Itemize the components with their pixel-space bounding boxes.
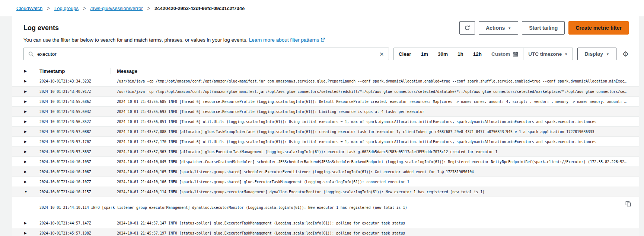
table-row[interactable]: ▶ 2024-10-01T21:43:56.852Z 2024-10-01 21… xyxy=(12,116,639,126)
table-row[interactable]: ▶ 2024-10-01T21:44:10.107Z 2024-10-01 21… xyxy=(12,177,639,187)
row-expander[interactable]: ▶ xyxy=(12,180,39,184)
log-message: 2024-10-01 21:43:57,363 INFO [allocator]… xyxy=(117,150,639,154)
log-message: 2024-10-01 21:43:55,685 INFO [Thread-6] … xyxy=(117,100,639,104)
log-message: /usr/bin/java -cp /tmp:/opt/amazon/conf:… xyxy=(117,90,639,94)
expander-icon: ▶ xyxy=(24,180,27,184)
table-row[interactable]: ▶ 2024-10-01T21:43:34.323Z /usr/bin/java… xyxy=(12,76,639,86)
row-expander[interactable]: ▶ xyxy=(12,90,39,93)
log-message: 2024-10-01 21:44:10,114 INFO [spark-list… xyxy=(117,190,639,194)
breadcrumb-separator: > xyxy=(83,4,86,12)
breadcrumb-cloudwatch[interactable]: CloudWatch xyxy=(16,6,42,11)
create-metric-filter-button[interactable]: Create metric filter xyxy=(568,21,629,35)
row-expander[interactable]: ▶ xyxy=(12,130,39,133)
expander-icon: ▶ xyxy=(24,150,27,153)
filter-search-box[interactable]: ✕ xyxy=(23,48,389,60)
log-timestamp: 2024-10-01T21:43:57.170Z xyxy=(39,140,117,144)
log-timestamp: 2024-10-01T21:43:55.686Z xyxy=(39,100,117,104)
breadcrumb-separator: > xyxy=(147,4,150,12)
log-message: 2024-10-01 21:44:10,106 INFO [spark-list… xyxy=(117,180,639,184)
table-header: ▶ Timestamp Message xyxy=(12,66,639,76)
time-range-1h[interactable]: 1h xyxy=(453,51,468,57)
time-range-control: Clear 1m 30m 1h 12h Custom UTC timezone … xyxy=(393,48,573,60)
table-row[interactable]: ▶ 2024-10-01T21:43:40.917Z /usr/bin/java… xyxy=(12,86,639,96)
timezone-dropdown[interactable]: UTC timezone ▼ xyxy=(523,51,573,57)
filter-description: You can use the filter bar below to sear… xyxy=(12,35,639,43)
table-row[interactable]: ▼ 2024-10-01T21:44:10.115Z 2024-10-01 21… xyxy=(12,187,639,197)
table-row[interactable]: ▶ 2024-10-01T21:43:57.088Z 2024-10-01 21… xyxy=(12,126,639,136)
expander-icon: ▶ xyxy=(24,100,27,103)
table-row[interactable]: ▶ 2024-10-01T21:44:10.106Z 2024-10-01 21… xyxy=(12,167,639,177)
search-input[interactable] xyxy=(37,51,376,57)
log-events-panel: Log events Actions ▼ Start tailing Creat… xyxy=(12,16,639,236)
row-expander[interactable]: ▶ xyxy=(12,160,39,164)
row-expander[interactable]: ▶ xyxy=(12,222,39,225)
breadcrumb-log-stream-name: 2c420420-29b3-42df-9efd-09c31c2f734e xyxy=(154,6,245,11)
row-expander[interactable]: ▼ xyxy=(12,190,39,194)
log-timestamp: 2024-10-01T21:45:57.198Z xyxy=(39,231,117,235)
expander-icon: ▶ xyxy=(24,231,27,235)
breadcrumb-log-groups[interactable]: Log groups xyxy=(54,6,79,11)
log-timestamp: 2024-10-01T21:44:10.107Z xyxy=(39,180,117,184)
expander-icon: ▶ xyxy=(24,120,27,123)
table-row[interactable]: ▶ 2024-10-01T21:43:55.693Z 2024-10-01 21… xyxy=(12,106,639,116)
log-message: 2024-10-01 21:43:57,088 INFO [allocator]… xyxy=(117,130,639,134)
gear-icon[interactable]: ⚙ xyxy=(622,50,629,58)
chevron-down-icon: ▼ xyxy=(564,53,568,56)
time-range-custom[interactable]: Custom xyxy=(487,51,523,57)
time-range-30m[interactable]: 30m xyxy=(433,51,453,57)
expander-icon: ▶ xyxy=(24,221,27,225)
log-message: 2024-10-01 21:44:10,045 INFO [dispatcher… xyxy=(117,160,639,164)
table-row[interactable]: ▶ 2024-10-01T21:43:57.363Z 2024-10-01 21… xyxy=(12,146,639,156)
row-expander[interactable]: ▶ xyxy=(12,80,39,83)
row-expander[interactable]: ▶ xyxy=(12,140,39,143)
actions-button[interactable]: Actions ▼ xyxy=(479,21,518,35)
display-dropdown[interactable]: Display ▼ xyxy=(577,48,616,60)
message-column-header: Message xyxy=(111,68,639,74)
start-tailing-button[interactable]: Start tailing xyxy=(522,21,565,35)
log-timestamp: 2024-10-01T21:44:10.103Z xyxy=(39,160,117,164)
learn-more-link[interactable]: Learn more about filter patterns xyxy=(249,37,319,43)
table-row[interactable]: ▶ 2024-10-01T21:44:57.147Z 2024-10-01 21… xyxy=(12,218,639,228)
log-timestamp: 2024-10-01T21:43:56.852Z xyxy=(39,120,117,124)
copy-icon[interactable] xyxy=(625,201,631,207)
close-icon[interactable]: ✕ xyxy=(379,51,384,57)
table-row[interactable]: ▶ 2024-10-01T21:43:57.170Z 2024-10-01 21… xyxy=(12,136,639,146)
log-timestamp: 2024-10-01T21:44:10.115Z xyxy=(39,190,117,194)
table-row[interactable]: ▶ 2024-10-01T21:44:10.103Z 2024-10-01 21… xyxy=(12,156,639,167)
expander-icon: ▶ xyxy=(24,160,27,164)
expander-icon: ▶ xyxy=(24,110,27,113)
expander-icon: ▼ xyxy=(24,190,28,194)
log-timestamp: 2024-10-01T21:43:57.363Z xyxy=(39,150,117,154)
chevron-down-icon: ▼ xyxy=(606,53,609,56)
log-timestamp: 2024-10-01T21:44:10.106Z xyxy=(39,170,117,174)
row-expander[interactable]: ▶ xyxy=(12,120,39,123)
time-range-clear[interactable]: Clear xyxy=(394,51,416,57)
time-range-12h[interactable]: 12h xyxy=(468,51,487,57)
log-message: 2024-10-01 21:44:10,105 INFO [spark-list… xyxy=(117,170,639,174)
log-message: 2024-10-01 21:43:55,693 INFO [Thread-6] … xyxy=(117,110,639,114)
breadcrumb-log-group-name[interactable]: /aws-glue/sessions/error xyxy=(90,6,143,11)
table-row[interactable]: ▶ 2024-10-01T21:43:55.686Z 2024-10-01 21… xyxy=(12,96,639,106)
refresh-icon xyxy=(464,25,470,31)
log-events-table: ▶ Timestamp Message ▶ 2024-10-01T21:43:3… xyxy=(12,66,639,236)
page-title: Log events xyxy=(23,24,59,32)
log-message: /usr/bin/java -cp /tmp:/opt/amazon/conf:… xyxy=(117,79,639,83)
row-expander[interactable]: ▶ xyxy=(12,150,39,153)
time-range-1m[interactable]: 1m xyxy=(416,51,433,57)
refresh-button[interactable] xyxy=(459,21,475,35)
row-expander[interactable]: ▶ xyxy=(12,110,39,113)
expander-icon: ▶ xyxy=(24,170,27,174)
row-expander[interactable]: ▶ xyxy=(12,100,39,103)
row-expander[interactable]: ▶ xyxy=(12,170,39,174)
log-message: 2024-10-01 21:43:57,170 INFO [Thread-6] … xyxy=(117,140,639,144)
search-icon xyxy=(28,51,34,57)
expander-icon: ▶ xyxy=(24,79,27,83)
breadcrumb-separator: > xyxy=(47,4,50,12)
log-table-body: ▶ 2024-10-01T21:43:34.323Z /usr/bin/java… xyxy=(12,76,639,236)
row-expander[interactable]: ▶ xyxy=(12,232,39,235)
log-timestamp: 2024-10-01T21:43:34.323Z xyxy=(39,79,117,83)
table-row[interactable]: ▶ 2024-10-01T21:45:57.198Z 2024-10-01 21… xyxy=(12,228,639,236)
expanded-log-detail: 2024-10-01 21:44:10,114 INFO [spark-list… xyxy=(12,197,639,218)
expand-all-header[interactable]: ▶ xyxy=(12,69,39,73)
log-message: 2024-10-01 21:44:57,147 INFO [status-pol… xyxy=(117,221,639,225)
